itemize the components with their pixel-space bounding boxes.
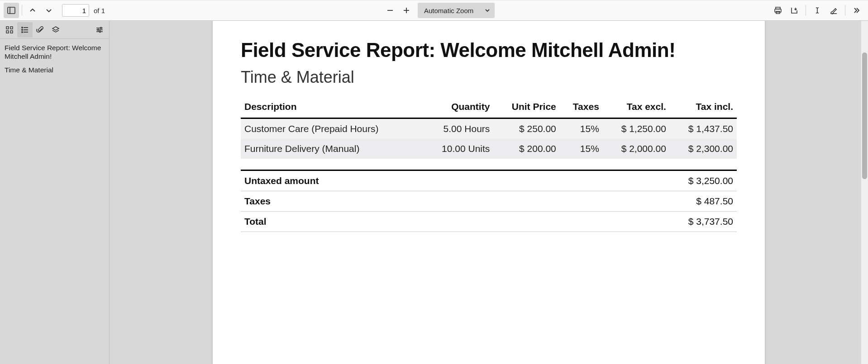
- draw-tool-button[interactable]: [826, 3, 841, 18]
- totals-table: Untaxed amount $ 3,250.00 Taxes $ 487.50…: [241, 170, 737, 232]
- thumbnails-icon: [5, 26, 14, 34]
- zoom-in-button[interactable]: [399, 3, 414, 18]
- col-tax-excl: Tax excl.: [603, 97, 670, 118]
- col-quantity: Quantity: [422, 97, 493, 118]
- text-cursor-icon: [813, 6, 821, 14]
- layers-tab[interactable]: [48, 22, 63, 38]
- page-number-input[interactable]: [62, 4, 89, 17]
- outline-icon: [21, 26, 29, 34]
- totals-row-total: Total $ 3,737.50: [241, 212, 737, 232]
- svg-marker-19: [52, 27, 59, 30]
- sliders-icon: [95, 26, 104, 34]
- col-taxes: Taxes: [560, 97, 603, 118]
- page-nav-group: of 1: [25, 3, 107, 18]
- cell-tax-excl: $ 2,000.00: [603, 139, 670, 159]
- table-header-row: Description Quantity Unit Price Taxes Ta…: [241, 97, 737, 118]
- attachments-tab[interactable]: [33, 22, 48, 38]
- cell-taxes: 15%: [560, 139, 603, 159]
- cell-unit-price: $ 250.00: [493, 118, 559, 139]
- cell-description: Furniture Delivery (Manual): [241, 139, 422, 159]
- taxes-label: Taxes: [241, 191, 544, 212]
- zoom-select[interactable]: Automatic Zoom: [418, 3, 495, 18]
- svg-rect-9: [6, 27, 9, 29]
- outline-tab[interactable]: [17, 22, 33, 38]
- chevrons-right-icon: [853, 7, 860, 14]
- col-unit-price: Unit Price: [493, 97, 559, 118]
- svg-point-21: [100, 27, 101, 28]
- minus-icon: [386, 7, 394, 14]
- document-title: Field Service Report: Welcome Mitchell A…: [241, 39, 737, 61]
- toolbar-separator: [22, 5, 22, 16]
- untaxed-value: $ 3,250.00: [544, 170, 737, 191]
- untaxed-label: Untaxed amount: [241, 170, 544, 191]
- table-row: Furniture Delivery (Manual) 10.00 Units …: [241, 139, 737, 159]
- table-row: Customer Care (Prepaid Hours) 5.00 Hours…: [241, 118, 737, 139]
- svg-rect-12: [10, 31, 13, 33]
- col-tax-incl: Tax incl.: [670, 97, 737, 118]
- sidebar-tabs: [0, 21, 109, 39]
- section-heading: Time & Material: [241, 68, 737, 87]
- total-label: Total: [241, 212, 544, 232]
- more-tools-button[interactable]: [849, 3, 864, 18]
- scrollbar-track[interactable]: [861, 21, 868, 364]
- cell-tax-excl: $ 1,250.00: [603, 118, 670, 139]
- taxes-value: $ 487.50: [544, 191, 737, 212]
- prev-page-button[interactable]: [25, 3, 40, 18]
- text-select-tool-button[interactable]: [810, 3, 825, 18]
- cell-description: Customer Care (Prepaid Hours): [241, 118, 422, 139]
- cell-tax-incl: $ 1,437.50: [670, 118, 737, 139]
- plus-icon: [403, 7, 410, 14]
- sidebar-toggle-icon: [7, 6, 15, 14]
- paperclip-icon: [36, 26, 44, 34]
- line-items-table: Description Quantity Unit Price Taxes Ta…: [241, 97, 737, 159]
- download-button[interactable]: [787, 3, 802, 18]
- zoom-select-label: Automatic Zoom: [424, 7, 473, 14]
- cell-tax-incl: $ 2,300.00: [670, 139, 737, 159]
- outline-item[interactable]: Field Service Report: Welcome Mitchell A…: [5, 42, 105, 63]
- zoom-out-button[interactable]: [382, 3, 398, 18]
- print-icon: [774, 6, 782, 14]
- layers-icon: [52, 26, 60, 34]
- cell-quantity: 5.00 Hours: [422, 118, 493, 139]
- totals-row-taxes: Taxes $ 487.50: [241, 191, 737, 212]
- download-icon: [790, 6, 798, 14]
- toolbar-separator: [806, 5, 806, 16]
- svg-point-13: [22, 27, 23, 28]
- toolbar-right-group: [770, 3, 864, 18]
- cell-quantity: 10.00 Units: [422, 139, 493, 159]
- chevron-down-icon: [485, 8, 490, 13]
- svg-rect-10: [10, 27, 13, 29]
- svg-point-15: [22, 29, 23, 30]
- svg-point-23: [97, 29, 99, 30]
- pdf-page: Field Service Report: Welcome Mitchell A…: [213, 21, 765, 364]
- svg-point-25: [99, 31, 100, 32]
- svg-rect-6: [775, 9, 781, 12]
- outline-list: Field Service Report: Welcome Mitchell A…: [0, 39, 109, 80]
- totals-row-untaxed: Untaxed amount $ 3,250.00: [241, 170, 737, 191]
- col-description: Description: [241, 97, 422, 118]
- total-value: $ 3,737.50: [544, 212, 737, 232]
- toolbar-separator: [845, 5, 845, 16]
- svg-point-17: [22, 32, 23, 33]
- print-button[interactable]: [770, 3, 786, 18]
- toggle-sidebar-button[interactable]: [4, 3, 19, 18]
- outline-item[interactable]: Time & Material: [5, 64, 105, 76]
- svg-rect-11: [6, 31, 9, 33]
- outline-settings-button[interactable]: [92, 22, 107, 38]
- cell-taxes: 15%: [560, 118, 603, 139]
- thumbnails-tab[interactable]: [2, 22, 17, 38]
- pdf-toolbar: of 1 Automatic Zoom: [0, 0, 868, 21]
- scrollbar-thumb[interactable]: [862, 52, 867, 179]
- pen-icon: [830, 6, 838, 14]
- next-page-button[interactable]: [41, 3, 57, 18]
- pdf-viewer[interactable]: Field Service Report: Welcome Mitchell A…: [110, 21, 868, 364]
- page-of-label: of 1: [94, 7, 105, 14]
- svg-rect-0: [8, 7, 15, 14]
- cell-unit-price: $ 200.00: [493, 139, 559, 159]
- outline-sidebar: Field Service Report: Welcome Mitchell A…: [0, 21, 110, 364]
- chevron-up-icon: [29, 7, 36, 14]
- chevron-down-icon: [46, 7, 52, 14]
- zoom-group: Automatic Zoom: [382, 3, 495, 18]
